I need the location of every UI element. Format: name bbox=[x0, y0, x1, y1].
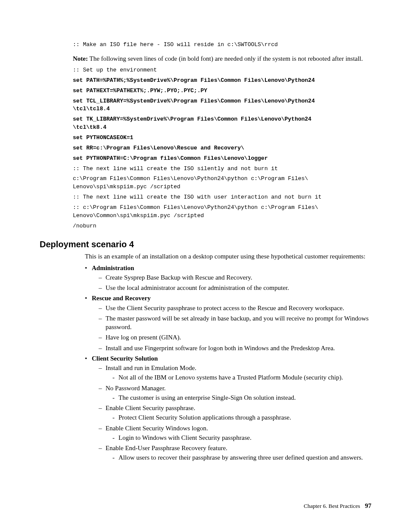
list-item: The customer is using an enterprise Sing… bbox=[112, 393, 371, 402]
code-line-bold: set PYTHONCASEOK=1 bbox=[73, 134, 371, 142]
list-item: Login to Windows with Client Security pa… bbox=[112, 433, 371, 442]
section-heading: Deployment scenario 4 bbox=[40, 240, 371, 249]
list-item-label: Client Security Solution bbox=[92, 355, 158, 362]
list-item: Enable End-User Passphrase Recovery feat… bbox=[99, 444, 371, 462]
footer-chapter: Chapter 6. Best Practices bbox=[304, 503, 360, 509]
list-item: Client Security Solution Install and run… bbox=[85, 354, 371, 462]
code-line: :: c:\Program Files\Common Files\Lenovo\… bbox=[73, 204, 371, 220]
list-item: Have log on present (GINA). bbox=[99, 333, 371, 342]
list-item: Enable Client Security passphrase. Prote… bbox=[99, 404, 371, 422]
list-item: Use the local administrator account for … bbox=[99, 283, 371, 292]
code-line-bold: set PATHEXT=%PATHEXT%;.PYW;.PYO;.PYC;.PY bbox=[73, 87, 371, 95]
list-item: Install and use Fingerprint software for… bbox=[99, 344, 371, 352]
list-item: Use the Client Security passphrase to pr… bbox=[99, 304, 371, 312]
footer-page-number: 97 bbox=[365, 502, 371, 509]
list-item: Rescue and Recovery Use the Client Secur… bbox=[85, 294, 371, 352]
code-line: :: The next line will create the ISO sil… bbox=[73, 165, 371, 173]
list-item: No Password Manager. The customer is usi… bbox=[99, 384, 371, 402]
code-line-bold: set PYTHONPATH=C:\Program files\Common F… bbox=[73, 155, 371, 163]
code-line-bold: set RR=c:\Program Files\Lenovo\Rescue an… bbox=[73, 144, 371, 152]
code-line-bold: set PATH=%PATH%;%SystemDrive%\Program Fi… bbox=[73, 77, 371, 85]
list-item-text: Enable Client Security passphrase. bbox=[106, 404, 195, 411]
code-line-bold: set TCL_LIBRARY=%SystemDrive%\Program Fi… bbox=[73, 97, 371, 114]
list-item-text: No Password Manager. bbox=[106, 385, 166, 392]
code-line: :: Make an ISO file here - ISO will resi… bbox=[73, 41, 371, 49]
list-item: Protect Client Security Solution applica… bbox=[112, 413, 371, 422]
list-item: Allow users to recover their passphrase … bbox=[112, 453, 371, 462]
note-label: Note: bbox=[73, 55, 88, 62]
page-footer: Chapter 6. Best Practices 97 bbox=[304, 502, 371, 510]
list-item: Install and run in Emulation Mode. Not a… bbox=[99, 364, 371, 382]
note-text: The following seven lines of code (in bo… bbox=[88, 55, 363, 62]
list-item-label: Rescue and Recovery bbox=[92, 295, 151, 302]
list-item: Create Sysprep Base Backup with Rescue a… bbox=[99, 273, 371, 282]
code-line-bold: set TK_LIBRARY=%SystemDrive%\Program Fil… bbox=[73, 115, 371, 132]
code-line: c:\Program Files\Common Files\Lenovo\Pyt… bbox=[73, 175, 371, 191]
code-line: :: The next line will create the ISO wit… bbox=[73, 193, 371, 202]
list-item: Not all of the IBM or Lenovo systems hav… bbox=[112, 373, 371, 382]
code-line: /noburn bbox=[73, 222, 371, 230]
note-paragraph: Note: The following seven lines of code … bbox=[73, 54, 371, 63]
list-item: The master password will be set already … bbox=[99, 314, 371, 332]
list-item-label: Administration bbox=[92, 264, 134, 271]
list-item: Enable Client Security Windows logon. Lo… bbox=[99, 424, 371, 442]
intro-paragraph: This is an example of an installation on… bbox=[85, 252, 371, 261]
list-item-text: Enable End-User Passphrase Recovery feat… bbox=[106, 445, 227, 451]
list-item-text: Install and run in Emulation Mode. bbox=[106, 364, 196, 371]
code-line: :: Set up the environment bbox=[73, 66, 371, 75]
list-item-text: Enable Client Security Windows logon. bbox=[106, 425, 208, 432]
list-item: Administration Create Sysprep Base Backu… bbox=[85, 264, 371, 292]
